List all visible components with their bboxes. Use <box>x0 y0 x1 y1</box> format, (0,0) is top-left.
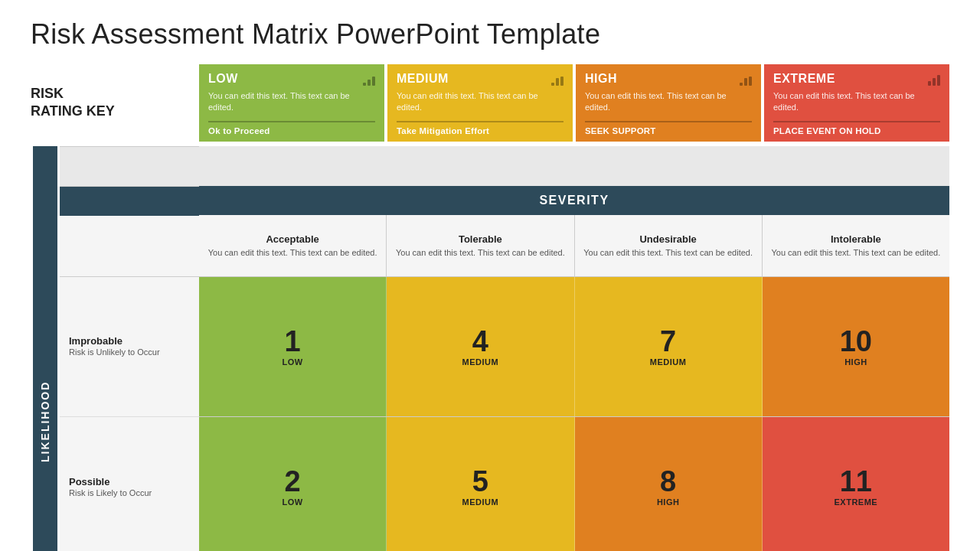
cell-label: LOW <box>283 357 303 367</box>
cell-label: HIGH <box>657 497 680 507</box>
page-title: Risk Assessment Matrix PowerPoint Templa… <box>31 18 949 51</box>
rating-card-desc: You can edit this text. This text can be… <box>208 90 375 114</box>
rating-card-action: SEEK SUPPORT <box>585 126 752 135</box>
col-header-desc: You can edit this text. This text can be… <box>396 247 565 258</box>
col-header-name: Acceptable <box>266 233 318 245</box>
bar <box>928 81 931 86</box>
matrix-row-1: 2 LOW 5 MEDIUM 8 HIGH 11 EXTREME <box>199 417 949 551</box>
col-header-1: Tolerable You can edit this text. This t… <box>387 215 574 276</box>
bar-icon <box>740 72 752 86</box>
row-label-name: Improbable <box>69 335 122 347</box>
rating-card-desc: You can edit this text. This text can be… <box>585 90 752 114</box>
top-area <box>199 146 949 186</box>
rating-card-title: HIGH <box>585 72 617 86</box>
col-header-name: Undesirable <box>639 233 696 245</box>
col-header-0: Acceptable You can edit this text. This … <box>199 215 387 276</box>
col-header-desc: You can edit this text. This text can be… <box>771 247 940 258</box>
row-label-desc: Risk is Likely to Occur <box>69 487 152 498</box>
bar <box>551 83 554 86</box>
col-header-2: Undesirable You can edit this text. This… <box>575 215 763 276</box>
severity-empty-space <box>60 147 199 187</box>
cell-number: 4 <box>472 327 488 356</box>
matrix-row-0: 1 LOW 4 MEDIUM 7 MEDIUM 10 HIGH <box>199 277 949 417</box>
matrix-grid: 1 LOW 4 MEDIUM 7 MEDIUM 10 HIGH 2 LOW 5 … <box>199 277 949 551</box>
bar <box>937 75 940 86</box>
rating-card-header: LOW <box>208 72 375 86</box>
rating-card-action: Take Mitigation Effort <box>397 126 564 135</box>
bar <box>740 83 743 86</box>
rating-key-row: RISKRATING KEY LOW You can edit this tex… <box>31 64 949 142</box>
row-label-1: Possible Risk is Likely to Occur <box>60 417 199 551</box>
matrix-cell-0-3: 10 HIGH <box>763 277 949 416</box>
right-side: SEVERITY Acceptable You can edit this te… <box>199 146 949 551</box>
row-label-0: Improbable Risk is Unlikely to Occur <box>60 277 199 417</box>
severity-header-empty <box>60 187 199 216</box>
bar <box>372 77 375 86</box>
cell-number: 10 <box>840 327 872 356</box>
rating-cards: LOW You can edit this text. This text ca… <box>199 64 949 142</box>
matrix-cell-1-0: 2 LOW <box>199 417 387 551</box>
rating-card-action: PLACE EVENT ON HOLD <box>773 126 940 135</box>
row-labels-col: Improbable Risk is Unlikely to Occur Pos… <box>60 146 199 551</box>
rating-card-header: MEDIUM <box>397 72 564 86</box>
matrix-cell-1-3: 11 EXTREME <box>763 417 949 551</box>
matrix-cell-0-2: 7 MEDIUM <box>575 277 763 416</box>
rating-card-high: HIGH You can edit this text. This text c… <box>576 64 761 142</box>
cell-label: MEDIUM <box>462 497 499 507</box>
cell-number: 2 <box>285 467 301 496</box>
cell-number: 1 <box>285 327 301 356</box>
col-header-desc: You can edit this text. This text can be… <box>583 247 753 258</box>
cell-label: LOW <box>283 497 303 507</box>
bar <box>368 80 371 86</box>
col-header-3: Intolerable You can edit this text. This… <box>763 215 949 276</box>
row-label-name: Possible <box>69 476 109 487</box>
severity-header-row: SEVERITY <box>199 186 949 215</box>
likelihood-label-col: LIKELIHOOD <box>31 146 60 551</box>
bar <box>933 78 936 86</box>
col-header-empty <box>60 216 199 277</box>
cell-label: MEDIUM <box>462 357 499 367</box>
cell-label: EXTREME <box>835 497 878 507</box>
cell-number: 8 <box>660 467 676 496</box>
col-headers-row: Acceptable You can edit this text. This … <box>199 215 949 277</box>
rating-key-label: RISKRATING KEY <box>31 64 199 142</box>
rating-card-desc: You can edit this text. This text can be… <box>397 90 564 114</box>
cell-label: MEDIUM <box>650 357 687 367</box>
rating-card-divider <box>208 121 375 122</box>
bar <box>363 83 366 86</box>
rating-card-title: LOW <box>208 72 238 86</box>
matrix-cell-0-0: 1 LOW <box>199 277 387 416</box>
bar <box>749 77 752 86</box>
matrix-cell-0-1: 4 MEDIUM <box>387 277 574 416</box>
row-labels-container: Improbable Risk is Unlikely to Occur Pos… <box>60 277 199 551</box>
bar <box>556 78 559 86</box>
bar-icon <box>928 72 940 86</box>
left-side: LIKELIHOOD Improbable Risk is Unlikely t… <box>31 146 199 551</box>
rating-card-divider <box>585 121 752 122</box>
rating-card-action: Ok to Proceed <box>208 126 375 135</box>
rating-card-desc: You can edit this text. This text can be… <box>773 90 940 114</box>
rating-card-divider <box>397 121 564 122</box>
bar-icon <box>551 72 564 86</box>
severity-header-text: SEVERITY <box>539 194 609 207</box>
bar-icon <box>363 72 375 86</box>
col-header-name: Intolerable <box>831 233 881 245</box>
col-header-desc: You can edit this text. This text can be… <box>208 247 377 258</box>
cell-number: 11 <box>840 467 872 496</box>
cell-number: 7 <box>660 327 676 356</box>
rating-card-medium: MEDIUM You can edit this text. This text… <box>387 64 573 142</box>
matrix-cell-1-2: 8 HIGH <box>575 417 763 551</box>
rating-card-title: EXTREME <box>773 72 835 86</box>
matrix-cell-1-1: 5 MEDIUM <box>387 417 574 551</box>
row-label-desc: Risk is Unlikely to Occur <box>69 347 160 357</box>
matrix-section: LIKELIHOOD Improbable Risk is Unlikely t… <box>31 146 949 551</box>
likelihood-label: LIKELIHOOD <box>33 146 57 551</box>
col-header-name: Tolerable <box>459 233 502 245</box>
rating-card-low: LOW You can edit this text. This text ca… <box>199 64 384 142</box>
cell-number: 5 <box>472 467 488 496</box>
rating-card-header: EXTREME <box>773 72 940 86</box>
rating-card-title: MEDIUM <box>397 72 449 86</box>
bar <box>560 77 564 86</box>
rating-card-header: HIGH <box>585 72 752 86</box>
bar <box>744 78 747 86</box>
